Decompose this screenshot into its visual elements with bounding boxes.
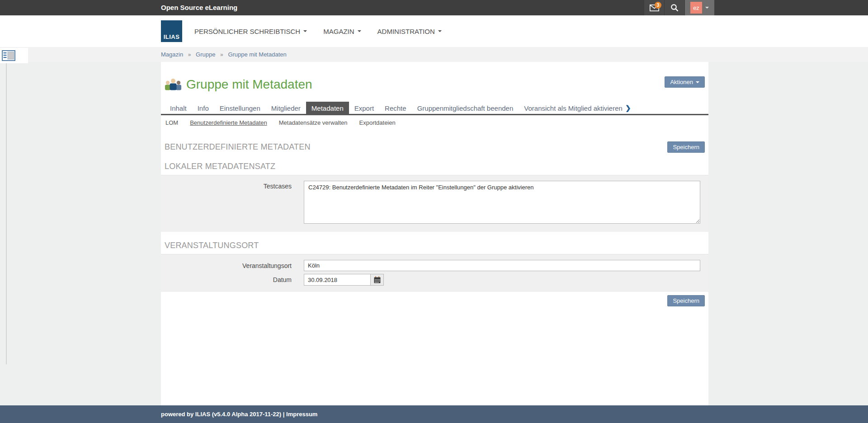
tab-export[interactable]: Export <box>349 102 379 114</box>
impressum-link[interactable]: Impressum <box>286 411 317 418</box>
subtab-bar: LOM Benutzerdefinierte Metadaten Metadat… <box>161 115 708 130</box>
tab-info[interactable]: Info <box>192 102 214 114</box>
left-rail-divider <box>6 63 7 364</box>
breadcrumb-magazin[interactable]: Magazin <box>161 51 183 58</box>
mail-count-badge: 3 <box>655 2 661 9</box>
search-button[interactable] <box>664 0 684 15</box>
footer: powered by ILIAS (v5.4.0 Alpha 2017-11-2… <box>0 405 868 423</box>
ilias-logo[interactable]: ILIAS <box>161 20 182 42</box>
datum-label: Datum <box>161 276 292 283</box>
search-icon <box>670 4 679 12</box>
tab-einstellungen[interactable]: Einstellungen <box>214 102 266 114</box>
form-row-datum: Datum <box>161 274 700 286</box>
save-button-bottom[interactable]: Speichern <box>667 295 705 306</box>
subtab-lom[interactable]: LOM <box>165 119 178 126</box>
tab-mitglieder[interactable]: Mitglieder <box>266 102 306 114</box>
tree-view-toggle-icon[interactable] <box>2 50 15 61</box>
section-heading-lokaler-metadatensatz: LOKALER METADATENSATZ <box>165 162 705 171</box>
form-row-veranstaltungsort: Veranstaltungsort <box>161 260 700 271</box>
save-button-top[interactable]: Speichern <box>667 141 705 153</box>
nav-item-schreibtisch[interactable]: PERSÖNLICHER SCHREIBTISCH <box>194 28 307 35</box>
topbar-icon-group: 3 ez <box>644 0 714 15</box>
breadcrumb-gruppe-mit-metadaten[interactable]: Gruppe mit Metadaten <box>228 51 286 58</box>
bottom-save-row: Speichern <box>161 295 705 306</box>
breadcrumb: Magazin » Gruppe » Gruppe mit Metadaten <box>161 47 868 62</box>
testcases-label: Testcases <box>161 181 292 190</box>
chevron-down-icon <box>358 30 361 32</box>
nav-item-magazin[interactable]: MAGAZIN <box>323 28 361 35</box>
chevron-right-icon: ❯ <box>625 104 631 112</box>
tab-metadaten[interactable]: Metadaten <box>306 102 349 114</box>
subtab-metadatensaetze-verwalten[interactable]: Metadatensätze verwalten <box>279 119 348 126</box>
page-title: Gruppe mit Metadaten <box>186 77 312 92</box>
header: ILIAS PERSÖNLICHER SCHREIBTISCH MAGAZIN … <box>0 15 868 47</box>
datum-input[interactable] <box>304 274 371 286</box>
avatar: ez <box>690 2 702 14</box>
title-row: Gruppe mit Metadaten Aktionen <box>161 62 708 92</box>
mail-button[interactable]: 3 <box>644 0 664 15</box>
site-title: Open Source eLearning <box>161 0 237 15</box>
breadcrumb-bar: Magazin » Gruppe » Gruppe mit Metadaten <box>0 47 868 62</box>
calendar-icon <box>374 276 381 283</box>
actions-button[interactable]: Aktionen <box>665 76 705 88</box>
chevron-down-icon <box>438 30 442 32</box>
tree-toggle-box <box>0 48 28 63</box>
breadcrumb-gruppe[interactable]: Gruppe <box>196 51 215 58</box>
tab-gruppenmitgliedschaft-beenden[interactable]: Gruppenmitgliedschaft beenden <box>412 102 519 114</box>
form-block-veranstaltungsort: Veranstaltungsort Datum <box>161 254 708 292</box>
form-heading: BENUTZERDEFINIERTE METADATEN <box>165 142 311 152</box>
main-content: Gruppe mit Metadaten Aktionen Inhalt Inf… <box>161 62 708 405</box>
main-nav: PERSÖNLICHER SCHREIBTISCH MAGAZIN ADMINI… <box>194 28 442 35</box>
testcases-textarea[interactable]: C24729: Benutzerdefinierte Metadaten im … <box>304 181 700 224</box>
subtab-exportdateien[interactable]: Exportdateien <box>359 119 396 126</box>
veranstaltungsort-input[interactable] <box>304 260 700 271</box>
tab-voransicht-als-mitglied[interactable]: Voransicht als Mitglied aktivieren ❯ <box>519 102 636 114</box>
tab-inhalt[interactable]: Inhalt <box>165 102 192 114</box>
top-bar: Open Source eLearning 3 ez <box>0 0 868 15</box>
footer-powered-by: powered by ILIAS (v5.4.0 Alpha 2017-11-2… <box>161 411 281 418</box>
chevron-down-icon <box>303 30 307 32</box>
nav-item-administration[interactable]: ADMINISTRATION <box>377 28 442 35</box>
form-header-row: BENUTZERDEFINIERTE METADATEN Speichern <box>165 141 705 153</box>
group-icon <box>165 78 182 91</box>
section-heading-veranstaltungsort: VERANSTALTUNGSORT <box>165 241 705 250</box>
chevron-down-icon <box>705 7 709 9</box>
veranstaltungsort-label: Veranstaltungsort <box>161 262 292 269</box>
chevron-down-icon <box>696 81 699 83</box>
subtab-benutzerdefinierte-metadaten[interactable]: Benutzerdefinierte Metadaten <box>190 119 267 126</box>
tab-bar: Inhalt Info Einstellungen Mitglieder Met… <box>161 102 708 115</box>
tab-rechte[interactable]: Rechte <box>379 102 412 114</box>
datepicker-button[interactable] <box>371 274 384 286</box>
form-block-lokaler-metadatensatz: Testcases C24729: Benutzerdefinierte Met… <box>161 175 708 232</box>
form-row-testcases: Testcases C24729: Benutzerdefinierte Met… <box>161 181 700 226</box>
user-menu-button[interactable]: ez <box>684 0 714 15</box>
